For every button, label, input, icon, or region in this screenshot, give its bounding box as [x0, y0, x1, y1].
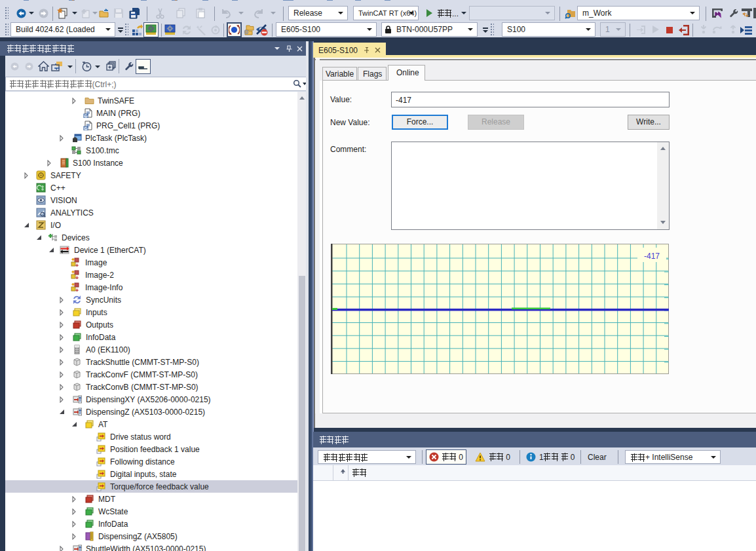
svg-text:-417: -417 [644, 252, 660, 261]
